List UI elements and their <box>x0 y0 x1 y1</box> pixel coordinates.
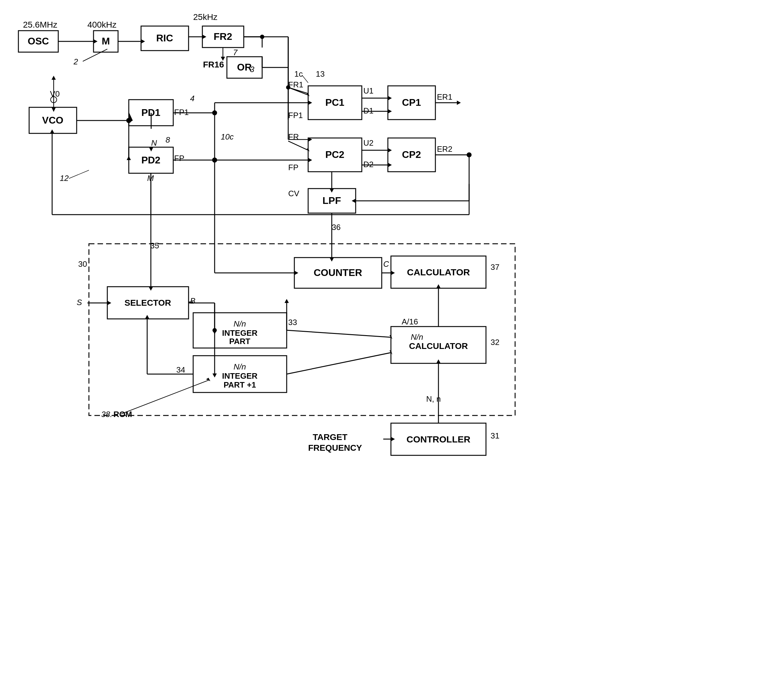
svg-text:SELECTOR: SELECTOR <box>125 298 171 308</box>
svg-text:FP1: FP1 <box>288 111 303 120</box>
svg-text:CP1: CP1 <box>402 97 421 108</box>
svg-text:LPF: LPF <box>323 195 341 206</box>
svg-text:A/16: A/16 <box>402 317 418 326</box>
svg-text:10c: 10c <box>221 132 234 141</box>
svg-text:PC2: PC2 <box>325 149 344 160</box>
svg-text:FR16: FR16 <box>203 60 224 69</box>
svg-text:8: 8 <box>166 135 170 144</box>
svg-text:PART: PART <box>229 337 250 346</box>
svg-text:FREQUENCY: FREQUENCY <box>308 443 362 453</box>
svg-text:32: 32 <box>490 338 500 347</box>
svg-text:ER1: ER1 <box>437 92 453 102</box>
svg-text:34: 34 <box>176 365 185 374</box>
svg-text:U1: U1 <box>364 86 373 95</box>
svg-text:INTEGER: INTEGER <box>222 371 258 380</box>
svg-text:D2: D2 <box>364 160 373 169</box>
svg-text:B: B <box>190 296 195 305</box>
svg-text:33: 33 <box>288 318 297 327</box>
svg-text:D1: D1 <box>364 106 373 115</box>
svg-text:3: 3 <box>250 65 255 74</box>
svg-text:RIC: RIC <box>156 32 173 44</box>
circuit-diagram: OSC M RIC FR2 : : FR16 OR VCO PD1 PD2 PC… <box>0 0 784 685</box>
svg-point-155 <box>213 328 217 333</box>
svg-text:CALCULATOR: CALCULATOR <box>407 267 470 277</box>
svg-text:13: 13 <box>316 69 325 78</box>
svg-text:CALCULATOR: CALCULATOR <box>409 341 468 351</box>
svg-text:N/n: N/n <box>234 319 246 328</box>
svg-text:OR: OR <box>237 62 252 73</box>
svg-text:FR2: FR2 <box>214 31 232 42</box>
svg-text:PC1: PC1 <box>325 97 344 108</box>
svg-text:FP1: FP1 <box>174 108 189 117</box>
svg-text:PART +1: PART +1 <box>224 380 256 390</box>
svg-text:400kHz: 400kHz <box>88 20 117 29</box>
svg-text:FP: FP <box>174 154 184 163</box>
svg-text:36: 36 <box>332 222 341 232</box>
svg-text:7: 7 <box>233 48 238 57</box>
svg-text:ER2: ER2 <box>437 144 453 154</box>
svg-point-190 <box>212 157 217 162</box>
svg-text:U2: U2 <box>364 138 373 148</box>
svg-text:4: 4 <box>190 94 195 103</box>
svg-text:25.6MHz: 25.6MHz <box>23 20 57 29</box>
svg-text:FR: FR <box>288 132 299 141</box>
svg-text:31: 31 <box>490 431 500 440</box>
svg-text:N/n: N/n <box>411 333 423 342</box>
svg-text:TARGET: TARGET <box>313 432 347 442</box>
svg-text:N/n: N/n <box>234 362 246 371</box>
svg-text:VCO: VCO <box>42 115 63 126</box>
svg-text:25kHz: 25kHz <box>193 12 218 22</box>
svg-text:CV: CV <box>288 189 300 198</box>
svg-text:M: M <box>102 36 110 47</box>
svg-text:2: 2 <box>73 57 78 66</box>
svg-text:FP: FP <box>288 163 298 172</box>
svg-point-194 <box>260 35 264 39</box>
svg-text:OSC: OSC <box>28 36 49 47</box>
svg-text:PD2: PD2 <box>141 154 161 166</box>
svg-point-189 <box>126 118 131 123</box>
svg-text:12: 12 <box>60 174 69 183</box>
svg-text:CONTROLLER: CONTROLLER <box>407 434 471 444</box>
svg-text:37: 37 <box>490 263 500 272</box>
svg-text:INTEGER: INTEGER <box>222 328 258 338</box>
svg-text:30: 30 <box>78 260 87 269</box>
svg-text:38.: 38. <box>101 410 112 419</box>
svg-text:1c: 1c <box>294 69 303 78</box>
svg-text:S: S <box>77 298 82 307</box>
svg-text:N: N <box>151 138 157 148</box>
svg-text:CP2: CP2 <box>402 149 421 160</box>
svg-text:35: 35 <box>150 241 159 250</box>
svg-text:COUNTER: COUNTER <box>314 267 362 278</box>
svg-text:C: C <box>383 260 389 269</box>
